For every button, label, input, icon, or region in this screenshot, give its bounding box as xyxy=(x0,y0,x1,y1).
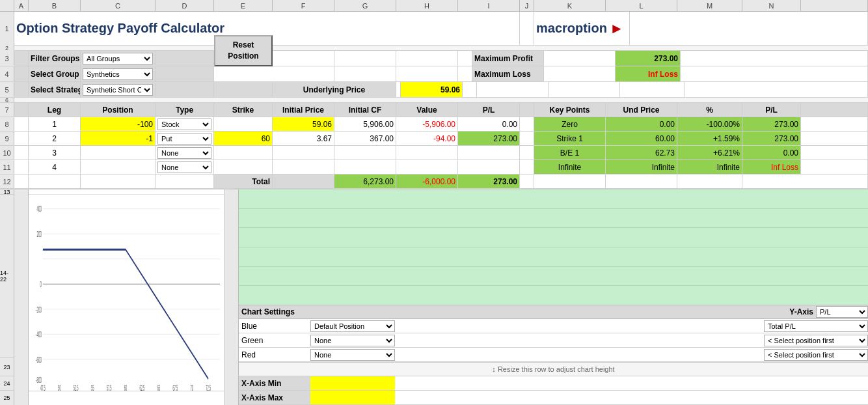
green-row xyxy=(239,228,868,247)
leg1-value: -5,906.00 xyxy=(396,117,458,131)
leg1-type-cell[interactable]: Stock xyxy=(156,117,214,131)
row-num-4: 4 xyxy=(0,66,14,81)
title-row: 1 Option Strategy Payoff Calculator macr… xyxy=(0,12,868,46)
cell-j1 xyxy=(520,12,534,45)
kp-strike1-pct: +1.59% xyxy=(677,132,742,145)
col-header-h: H xyxy=(396,0,458,11)
kp-be1-und: 62.73 xyxy=(606,146,677,160)
leg1-pl: 0.00 xyxy=(458,117,520,131)
green-right-select[interactable]: < Select position first xyxy=(764,335,868,346)
row-num-6: 6 xyxy=(0,98,14,102)
blue-select[interactable]: Default Position xyxy=(310,320,395,332)
green-right-select-cell[interactable]: < Select position first xyxy=(764,335,868,346)
y-axis-select-cell[interactable]: P/L xyxy=(816,306,868,318)
red-select[interactable]: None xyxy=(310,349,395,361)
kp-zero-pct: -100.00% xyxy=(677,117,742,131)
leg1-initial-price: 59.06 xyxy=(273,117,334,131)
cell-l12 xyxy=(606,175,677,188)
leg2-type-select[interactable]: Put xyxy=(157,133,211,145)
kp-be1-pct: +6.21% xyxy=(677,146,742,160)
filter-groups-select-cell[interactable]: All Groups xyxy=(81,51,156,66)
blue-right-select-cell[interactable]: Total P/L xyxy=(764,320,868,332)
leg1-initial-cf: 5,906.00 xyxy=(334,117,396,131)
row-num-9: 9 xyxy=(0,132,14,145)
header-key-points: Key Points xyxy=(534,103,606,117)
cell-rest-1 xyxy=(630,12,868,45)
cell-n3 xyxy=(681,51,868,66)
blue-select-cell[interactable]: Default Position xyxy=(310,320,395,332)
col-header-rest xyxy=(801,0,868,11)
chart-red-row: Red None < Select position first xyxy=(239,348,868,362)
kp-zero-label: Zero xyxy=(534,117,606,131)
leg4-strike xyxy=(214,160,273,174)
red-right-select-cell[interactable]: < Select position first xyxy=(764,349,868,361)
reset-position-button[interactable]: Reset Position xyxy=(214,35,273,66)
chart-settings-label: Chart Settings xyxy=(239,307,310,316)
col-header-g: G xyxy=(334,0,396,11)
row-num-8: 8 xyxy=(0,117,14,131)
y-axis-select[interactable]: P/L xyxy=(816,306,868,318)
cell-h4 xyxy=(334,66,396,81)
cell-g4 xyxy=(273,66,334,81)
kp-strike1-pl: 273.00 xyxy=(742,132,801,145)
leg2-initial-price: 3.67 xyxy=(273,132,334,145)
svg-text:50: 50 xyxy=(58,384,61,391)
leg2-num: 2 xyxy=(29,132,81,145)
leg2-type-cell[interactable]: Put xyxy=(156,132,214,145)
cell-d4 xyxy=(156,66,214,81)
svg-text:0: 0 xyxy=(40,279,42,289)
x-axis-min-value[interactable] xyxy=(310,376,395,390)
cell-d5 xyxy=(156,82,214,97)
select-group-select-cell[interactable]: Synthetics xyxy=(81,66,156,81)
leg1-position: -100 xyxy=(81,117,156,131)
svg-text:55: 55 xyxy=(91,384,94,391)
x-axis-min-label: X-Axis Min xyxy=(239,376,310,390)
row-13-chart xyxy=(29,189,224,195)
leg2-position: -1 xyxy=(81,132,156,145)
row-9: 9 2 -1 Put 60 3.67 367.00 -94.00 273.00 … xyxy=(0,132,868,146)
row-8: 8 1 -100 Stock 59.06 5,906.00 -5,906.00 … xyxy=(0,117,868,132)
red-right-select[interactable]: < Select position first xyxy=(764,349,868,361)
row-num-11: 11 xyxy=(0,160,14,174)
select-group-select[interactable]: Synthetics xyxy=(83,68,153,80)
cell-c12 xyxy=(81,175,156,188)
x-axis-max-value[interactable] xyxy=(310,391,395,404)
row-num-5: 5 xyxy=(0,82,14,97)
cell-j11 xyxy=(520,160,534,174)
col-header-k: K xyxy=(534,0,606,11)
kp-strike1-label: Strike 1 xyxy=(534,132,606,145)
row-7: 7 Leg Position Type Strike Initial Price… xyxy=(0,103,868,117)
leg4-type-select[interactable]: None xyxy=(157,161,211,173)
leg2-strike: 60 xyxy=(214,132,273,145)
row-11: 11 4 None Infinite Infinite Infinite Inf… xyxy=(0,160,868,175)
leg1-type-select[interactable]: Stock xyxy=(157,119,211,130)
select-strategy-select[interactable]: Synthetic Short Call xyxy=(83,84,153,96)
header-leg: Leg xyxy=(29,103,81,117)
chart-svg: 400 200 0 -200 -400 -600 -800 47.5 50 52… xyxy=(29,195,224,391)
blue-right-select[interactable]: Total P/L xyxy=(764,320,868,332)
leg4-type-cell[interactable]: None xyxy=(156,160,214,174)
filter-groups-select[interactable]: All Groups xyxy=(83,53,153,64)
cell-i3 xyxy=(396,51,458,66)
total-label: Total xyxy=(214,175,273,188)
header-kp-pl: P/L xyxy=(742,103,801,117)
total-initial-price xyxy=(273,175,334,188)
green-select[interactable]: None xyxy=(310,335,395,346)
row-nums-bottom: 13 14-22 23 24 25 xyxy=(0,189,14,405)
cell-d3 xyxy=(156,51,214,66)
col-a-bottom xyxy=(14,189,29,405)
resize-hint[interactable]: ↕ Resize this row to adjust chart height xyxy=(239,362,868,376)
red-select-cell[interactable]: None xyxy=(310,349,395,361)
leg3-type-select[interactable]: None xyxy=(157,147,211,159)
header-position: Position xyxy=(81,103,156,117)
cell-l4 xyxy=(544,66,616,81)
leg3-type-cell[interactable]: None xyxy=(156,146,214,160)
svg-text:60: 60 xyxy=(124,384,127,391)
green-select-cell[interactable]: None xyxy=(310,335,395,346)
select-strategy-select-cell[interactable]: Synthetic Short Call xyxy=(81,82,156,97)
chart-column: 400 200 0 -200 -400 -600 -800 47.5 50 52… xyxy=(29,189,224,405)
header-pct: % xyxy=(677,103,742,117)
row-num-7: 7 xyxy=(0,103,14,117)
header-value: Value xyxy=(396,103,458,117)
x-axis-max-label: X-Axis Max xyxy=(239,391,310,404)
